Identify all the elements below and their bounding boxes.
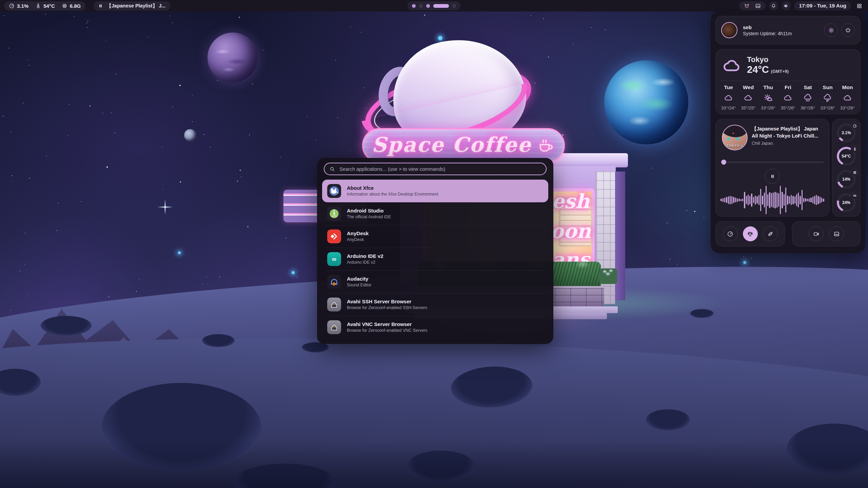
app-row-anydesk[interactable]: AnyDesk AnyDesk [322,225,548,248]
control-panel: seb System Uptime: 4h11m Tokyo 24°C [711,11,865,253]
app-grid-button[interactable] [854,1,864,11]
pause-icon [98,4,103,8]
app-name: Android Studio [347,207,391,214]
forecast-row: Tue 33°/24° Wed 35°/25° Thu 33°/26° Fri [721,84,855,111]
top-bar: 3.1% 54°C 6.8G 【Japanese Playlist】 J... [0,0,868,12]
forecast-day: Mon 33°/26° [840,84,855,111]
cpu-stat: 3.1% [9,3,28,9]
app-row-arduino[interactable]: ∞ Arduino IDE v2 Arduino IDE v2 [322,248,548,270]
memory-stat: 6.8G [62,3,81,9]
cloud-icon [744,94,753,103]
speedometer-icon [727,231,733,237]
disk-icon [853,194,857,198]
seek-slider[interactable] [721,159,824,165]
screen-record-button[interactable] [809,226,824,241]
audacity-icon [327,275,341,289]
weather-timezone: (GMT+9) [771,69,789,74]
app-desc: Arduino IDE v2 [347,260,383,265]
volume-button[interactable] [782,1,791,11]
app-name: AnyDesk [347,230,369,237]
workspace-dot[interactable] [452,4,456,8]
app-launcher: About Xfce Information about the Xfce De… [317,158,553,344]
wallpaper-button[interactable] [829,226,844,241]
capture-card [792,221,861,246]
avatar [721,22,737,38]
app-row-android-studio[interactable]: Android Studio The official Android IDE [322,202,548,225]
app-row-avahi-ssh[interactable]: Avahi SSH Server Browser Browse for Zero… [322,293,548,316]
cloud-icon [724,94,733,103]
app-name: Arduino IDE v2 [347,253,383,260]
chip-icon [853,170,857,175]
app-row-about-xfce[interactable]: About Xfce Information about the Xfce De… [322,180,548,202]
neon-sign: Space Coffee [362,128,565,163]
pet-icon[interactable] [744,3,750,9]
album-art-text: TOKYO L [723,144,747,147]
profile-powersave-button[interactable] [763,226,778,241]
temp-stat: 54°C [35,3,55,9]
workspace-dot[interactable] [419,4,423,8]
speedometer-icon [9,3,15,9]
app-desc: AnyDesk [347,237,369,243]
media-player-card: TOKYO L 【Japanese Playlist】 Japan All Ni… [715,119,829,217]
audio-waveform [721,187,824,213]
app-desc: Browse for Zeroconf-enabled VNC Servers [347,328,428,333]
speedometer-icon [853,124,857,128]
forecast-day: Thu 33°/26° [761,84,775,111]
rain-cloud-icon [803,94,812,103]
tray-pill [739,1,766,11]
workspace-dot[interactable] [433,4,449,8]
cloud-icon [722,56,742,75]
app-row-audacity[interactable]: Audacity Sound Editor [322,270,548,293]
leaf-icon [767,231,773,237]
profile-balanced-button[interactable] [743,226,758,241]
svg-text:∞: ∞ [332,256,337,263]
video-camera-icon [813,231,820,237]
app-list: About Xfce Information about the Xfce De… [322,180,548,341]
app-desc: Information about the Xfce Desktop Envir… [347,191,438,197]
forecast-day: Wed 35°/25° [741,84,756,111]
volume-icon [784,3,789,8]
app-desc: Sound Editor [347,282,371,288]
power-button[interactable] [841,23,855,37]
temp-gauge: 54°C [837,147,856,166]
profile-performance-button[interactable] [723,226,738,241]
notifications-button[interactable] [769,1,778,11]
seek-knob[interactable] [721,160,726,165]
clock[interactable]: 17:09 - Tue, 19 Aug [794,1,851,11]
chip-icon [62,3,67,9]
user-name: seb [743,24,792,30]
neon-sign-text: Space Coffee [372,133,532,157]
wallpaper-icon[interactable] [755,3,761,9]
app-name: About Xfce [347,185,438,191]
track-title: 【Japanese Playlist】 Japan All Night - To… [752,125,825,140]
cpu-gauge: 3.1% [837,123,856,142]
bell-icon [771,3,776,8]
search-icon [330,166,335,172]
search-bar[interactable] [324,163,547,175]
settings-button[interactable] [824,23,838,37]
app-desc: Browse for Zeroconf-enabled SSH Servers [347,305,427,311]
flower-pot [599,268,617,284]
network-jack-icon [327,298,341,311]
app-name: Audacity [347,276,371,282]
coffee-cup-icon [536,136,555,155]
wallpaper-icon [833,231,840,237]
user-card: seb System Uptime: 4h11m [715,16,861,44]
app-row-avahi-vnc[interactable]: Avahi VNC Server Browser Browse for Zero… [322,316,548,339]
play-pause-button[interactable] [765,169,780,184]
scales-icon [747,231,753,237]
weather-card: Tokyo 24°C (GMT+9) Tue 33°/24° Wed [715,49,861,114]
search-input[interactable] [339,166,541,172]
workspace-dot[interactable] [426,4,430,8]
workspace-dot[interactable] [412,4,416,8]
album-art: TOKYO L [722,125,748,150]
top-bar-right: 17:09 - Tue, 19 Aug [739,1,864,11]
workspace-indicator[interactable] [408,1,460,10]
system-stats: 3.1% 54°C 6.8G [4,1,85,11]
ram-gauge: 14% [837,170,856,189]
weather-temp: 24°C [747,64,769,75]
now-playing-pill[interactable]: 【Japanese Playlist】 J... [94,1,170,11]
disk-gauge: 24% [837,193,856,212]
apps-grid-icon [856,3,862,9]
app-desc: The official Android IDE [347,214,391,220]
